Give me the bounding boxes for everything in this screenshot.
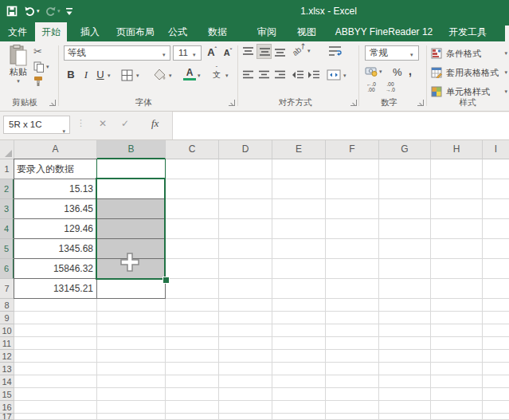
cell-I6[interactable]: [483, 259, 509, 279]
cell-G17[interactable]: [379, 414, 431, 420]
enter-icon[interactable]: ✓: [121, 118, 129, 129]
cell-I17[interactable]: [483, 414, 509, 420]
cell-E10[interactable]: [272, 324, 326, 337]
cell-I11[interactable]: [483, 337, 509, 350]
cell-E12[interactable]: [272, 350, 326, 363]
number-format-combobox[interactable]: 常规 ▾: [365, 45, 419, 61]
paste-button[interactable]: 粘贴 ▾: [6, 45, 30, 91]
cell-G10[interactable]: [379, 324, 431, 337]
underline-dropdown-icon[interactable]: ▾: [108, 73, 111, 79]
cell-F6[interactable]: [326, 259, 379, 279]
cell-A6[interactable]: 15846.32: [14, 259, 97, 279]
cell-C5[interactable]: [166, 239, 219, 259]
cell-C8[interactable]: [166, 299, 219, 312]
cell-C14[interactable]: [166, 375, 219, 388]
cell-A11[interactable]: [14, 337, 97, 350]
cell-B13[interactable]: [97, 363, 166, 375]
orientation-dropdown-icon[interactable]: ▾: [307, 48, 311, 54]
row-header-3[interactable]: 3: [0, 199, 14, 219]
tab-file[interactable]: 文件: [0, 22, 35, 41]
select-all-corner[interactable]: [0, 140, 14, 159]
cell-A16[interactable]: [14, 401, 97, 414]
formula-bar-resize-handle[interactable]: ⋮: [76, 118, 85, 128]
cell-G15[interactable]: [379, 388, 431, 401]
cell-F3[interactable]: [326, 199, 379, 219]
cell-D5[interactable]: [219, 239, 272, 259]
cell-G13[interactable]: [379, 363, 431, 375]
cell-I14[interactable]: [483, 375, 509, 388]
cell-E8[interactable]: [272, 299, 326, 312]
cell-H15[interactable]: [431, 388, 483, 401]
cell-I1[interactable]: [483, 159, 509, 179]
cell-H2[interactable]: [431, 179, 483, 199]
cell-D2[interactable]: [219, 179, 272, 199]
cell-C9[interactable]: [166, 312, 219, 324]
cell-E2[interactable]: [272, 179, 326, 199]
cell-C16[interactable]: [166, 401, 219, 414]
column-header-B[interactable]: B: [97, 140, 166, 159]
cell-F9[interactable]: [326, 312, 379, 324]
cell-I2[interactable]: [483, 179, 509, 199]
cell-A1[interactable]: 要录入的数据: [14, 159, 97, 179]
cell-E9[interactable]: [272, 312, 326, 324]
fill-handle[interactable]: [162, 277, 170, 284]
cell-F8[interactable]: [326, 299, 379, 312]
cell-B10[interactable]: [97, 324, 166, 337]
cell-E15[interactable]: [272, 388, 326, 401]
align-center-icon[interactable]: [258, 70, 270, 80]
undo-icon[interactable]: [24, 6, 36, 16]
cell-F5[interactable]: [326, 239, 379, 259]
cell-D15[interactable]: [219, 388, 272, 401]
column-header-C[interactable]: C: [166, 140, 219, 159]
accounting-dropdown-icon[interactable]: ▾: [379, 69, 382, 75]
save-icon[interactable]: [6, 6, 18, 17]
row-header-15[interactable]: 15: [0, 388, 14, 401]
cell-I16[interactable]: [483, 401, 509, 414]
cell-G14[interactable]: [379, 375, 431, 388]
fill-color-icon[interactable]: [153, 69, 167, 81]
cell-F16[interactable]: [326, 401, 379, 414]
cell-H11[interactable]: [431, 337, 483, 350]
cell-C11[interactable]: [166, 337, 219, 350]
cell-C6[interactable]: [166, 259, 219, 279]
row-header-12[interactable]: 12: [0, 350, 14, 363]
cell-A13[interactable]: [14, 363, 97, 375]
cell-A7[interactable]: 13145.21: [14, 279, 97, 299]
cell-B8[interactable]: [97, 299, 166, 312]
cell-E7[interactable]: [272, 279, 326, 299]
cell-H3[interactable]: [431, 199, 483, 219]
cell-D17[interactable]: [219, 414, 272, 420]
partial-tab[interactable]: [505, 26, 509, 41]
italic-button[interactable]: I: [80, 69, 92, 81]
cell-C13[interactable]: [166, 363, 219, 375]
cell-H9[interactable]: [431, 312, 483, 324]
cell-D14[interactable]: [219, 375, 272, 388]
tab-developer[interactable]: 开发工具: [443, 22, 492, 41]
cell-F11[interactable]: [326, 337, 379, 350]
cell-F10[interactable]: [326, 324, 379, 337]
cell-H4[interactable]: [431, 219, 483, 239]
cell-B1[interactable]: [97, 159, 166, 179]
cell-A14[interactable]: [14, 375, 97, 388]
cell-G7[interactable]: [379, 279, 431, 299]
percent-style-icon[interactable]: %: [393, 66, 402, 78]
row-header-2[interactable]: 2: [0, 179, 14, 199]
number-dialog-launcher[interactable]: [417, 100, 424, 106]
row-header-17[interactable]: 17: [0, 414, 14, 420]
wrap-text-icon[interactable]: [328, 45, 342, 57]
column-header-H[interactable]: H: [431, 140, 483, 159]
cell-E14[interactable]: [272, 375, 326, 388]
cell-D1[interactable]: [219, 159, 272, 179]
merge-center-dropdown-icon[interactable]: ▾: [343, 73, 347, 79]
font-size-combobox[interactable]: 11 ▾: [173, 45, 202, 61]
row-header-5[interactable]: 5: [0, 239, 14, 259]
cell-C4[interactable]: [166, 219, 219, 239]
copy-icon[interactable]: [33, 61, 45, 73]
cell-I12[interactable]: [483, 350, 509, 363]
font-dialog-launcher[interactable]: [229, 100, 235, 106]
formula-input[interactable]: [173, 112, 509, 139]
cell-I7[interactable]: [483, 279, 509, 299]
tab-page-layout[interactable]: 页面布局: [110, 22, 161, 41]
cell-A4[interactable]: 129.46: [14, 219, 97, 239]
orientation-icon[interactable]: ab↗: [291, 41, 308, 57]
